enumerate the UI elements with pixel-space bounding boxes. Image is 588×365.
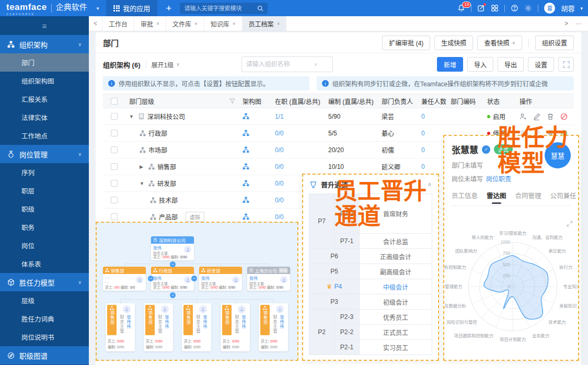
view-snapshot-button[interactable]: 查看快照∨ bbox=[477, 36, 522, 50]
collapse-node-button[interactable]: − bbox=[191, 276, 197, 281]
collapse-node-button[interactable]: − bbox=[148, 276, 154, 281]
dept-name[interactable]: 深圳科技公司 bbox=[147, 112, 185, 121]
collapse-node-button[interactable]: − bbox=[170, 292, 176, 298]
sidebar-collapse-button[interactable]: ≡ bbox=[0, 16, 89, 35]
expand-caret[interactable]: ▶ bbox=[140, 164, 146, 169]
add-button[interactable]: 新增 bbox=[437, 57, 463, 72]
sidebar-item-org-chart[interactable]: 组织架构图 bbox=[0, 72, 89, 90]
sidebar-item-work-location[interactable]: 工作地点 bbox=[0, 127, 89, 145]
row-checkbox[interactable] bbox=[111, 213, 118, 220]
concurrent-count[interactable]: 0 bbox=[421, 163, 425, 170]
concurrent-count[interactable]: 0 bbox=[421, 113, 425, 120]
tab-files[interactable]: 文件库× bbox=[166, 16, 204, 31]
post-duty-link[interactable]: 岗位职责 bbox=[486, 176, 511, 183]
tabs-scroll-left[interactable]: < bbox=[89, 16, 102, 31]
settings-button[interactable] bbox=[524, 4, 532, 12]
dept-name[interactable]: 销售部 bbox=[157, 162, 176, 171]
sidebar-item-system-table[interactable]: 体系表 bbox=[0, 255, 89, 273]
collapse-caret[interactable]: ▼ bbox=[129, 114, 135, 119]
sidebar-item-levels[interactable]: 层级 bbox=[0, 291, 89, 310]
dept-name[interactable]: 研发部 bbox=[157, 179, 176, 188]
sidebar-item-job-description[interactable]: 岗位说明书 bbox=[0, 328, 89, 346]
user-avatar[interactable]: 蓉 bbox=[544, 3, 555, 14]
tab-employee-archive[interactable]: 员工档案× bbox=[243, 16, 287, 31]
org-node-rnd[interactable]: 研发部 张伟 财务主管 员工: 0/90 编制: 0/90 bbox=[199, 267, 242, 291]
org-chart-icon[interactable] bbox=[243, 113, 249, 120]
add-member-button[interactable] bbox=[520, 113, 527, 120]
help-button[interactable] bbox=[511, 4, 518, 12]
org-chart-icon[interactable] bbox=[243, 180, 249, 187]
notifications-button[interactable]: 19 bbox=[457, 4, 465, 12]
dept-name[interactable]: 市场部 bbox=[148, 145, 167, 154]
dept-name[interactable]: 技术部 bbox=[159, 196, 178, 204]
collapse-panel-icon[interactable]: ∧ bbox=[428, 181, 432, 188]
user-menu-caret[interactable]: ▾ bbox=[580, 6, 583, 11]
sidebar-item-legal-entity[interactable]: 法律实体 bbox=[0, 108, 89, 127]
add-app-button[interactable]: + bbox=[166, 3, 171, 14]
dept-name[interactable]: 行政部 bbox=[148, 129, 167, 138]
sidebar-group-org[interactable]: 组织架构 ∨ bbox=[0, 35, 89, 53]
sidebar-item-sequence[interactable]: 序列 bbox=[0, 163, 89, 181]
create-snapshot-button[interactable]: 生成快照 bbox=[434, 36, 473, 50]
onjob-count[interactable]: 0/0 bbox=[275, 180, 284, 187]
sidebar-group-competency[interactable]: 胜任力模型 ∨ bbox=[0, 273, 89, 291]
row-checkbox[interactable] bbox=[111, 180, 118, 187]
row-checkbox[interactable] bbox=[111, 197, 118, 203]
org-leaf-node[interactable]: 销售部 财务主管张伟伟 员工: 0/90编制: 0/90 bbox=[106, 303, 135, 351]
module-search[interactable] bbox=[180, 3, 268, 14]
app-center-button[interactable] bbox=[491, 4, 499, 12]
tab-concurrent-posts[interactable]: 公司兼任 bbox=[550, 190, 577, 200]
edit-button[interactable] bbox=[533, 113, 540, 120]
settings-button[interactable]: 设置 bbox=[528, 57, 554, 72]
select-all-checkbox[interactable] bbox=[111, 98, 118, 105]
tab-knowledge[interactable]: 知识库× bbox=[204, 16, 243, 31]
expand-radar-icon[interactable] bbox=[567, 220, 573, 229]
close-icon[interactable]: × bbox=[156, 21, 159, 27]
sidebar-item-job-layer[interactable]: 职层 bbox=[0, 181, 89, 200]
dept-name[interactable]: 产品部 bbox=[159, 212, 178, 221]
sidebar-item-reporting[interactable]: 汇报关系 bbox=[0, 90, 89, 108]
org-leaf-node[interactable]: 销售部 财务主管张伟伟 员工: 0/90编制: 0/90 bbox=[221, 303, 250, 351]
onjob-count[interactable]: 0/0 bbox=[275, 130, 284, 137]
org-name-input[interactable] bbox=[246, 61, 314, 68]
sidebar-group-grade-map[interactable]: 职级图谱 bbox=[0, 346, 89, 364]
expand-level-dropdown[interactable]: 展开1级∨ bbox=[152, 60, 180, 69]
onjob-count[interactable]: 1/1 bbox=[275, 113, 284, 120]
disable-button[interactable] bbox=[560, 113, 568, 120]
sidebar-item-post[interactable]: 岗位 bbox=[0, 236, 89, 255]
sidebar-item-competency-dict[interactable]: 胜任力词典 bbox=[0, 310, 89, 328]
export-button[interactable]: 导出 bbox=[498, 57, 524, 72]
collapse-node-button[interactable]: − bbox=[170, 261, 176, 267]
sidebar-item-job-grade[interactable]: 职级 bbox=[0, 200, 89, 218]
org-chart-icon[interactable] bbox=[243, 213, 249, 220]
close-icon[interactable]: × bbox=[277, 21, 280, 27]
org-chart-icon[interactable] bbox=[243, 130, 249, 136]
org-leaf-node[interactable]: 销售部 财务主管张伟伟 员工: 0/90编制: 0/90 bbox=[144, 303, 173, 351]
org-node-sales[interactable]: 销售部 - - - - 员工: 0/0 编制: 0/0 bbox=[103, 267, 146, 291]
org-leaf-node[interactable]: 销售部 财务主管张伟伟 员工: 0/90编制: 0/90 bbox=[259, 303, 288, 351]
tab-workbench[interactable]: 工作台 bbox=[102, 16, 134, 31]
tab-approval[interactable]: 审批× bbox=[134, 16, 166, 31]
org-name-select[interactable]: ∨ bbox=[241, 56, 333, 72]
module-search-input[interactable] bbox=[184, 5, 257, 12]
org-node-admin[interactable]: 行政部 张伟 财务主管 员工: 0/90 编制: 0/90 bbox=[151, 267, 194, 291]
employee-avatar[interactable]: 慧慧 bbox=[545, 142, 571, 168]
org-leaf-node[interactable]: 销售部 财务主管张伟伟 员工: 0/90编制: 0/90 bbox=[182, 303, 211, 351]
my-apps-button[interactable]: 我的应用 bbox=[106, 0, 157, 16]
concurrent-count[interactable]: 0 bbox=[421, 146, 425, 154]
delete-button[interactable] bbox=[547, 113, 554, 120]
row-checkbox[interactable] bbox=[111, 146, 118, 153]
onjob-count[interactable]: 0/0 bbox=[275, 146, 284, 154]
org-node-root[interactable]: 深圳科技公司 张伟 财务主管 员工: 0/90 编制: 0/90 bbox=[151, 236, 194, 260]
tab-employee-info[interactable]: 员工信息 bbox=[452, 190, 478, 200]
workspace-dropdown-caret[interactable]: ▾ bbox=[97, 6, 99, 11]
org-chart-icon[interactable] bbox=[243, 197, 249, 203]
collapse-caret[interactable]: ▼ bbox=[140, 181, 146, 186]
tabs-more-button[interactable]: ··· bbox=[575, 20, 582, 27]
expand-approval-button[interactable]: 扩编审批 (4) bbox=[382, 36, 430, 50]
import-button[interactable]: 导入 bbox=[467, 57, 493, 72]
filter-icon[interactable] bbox=[229, 98, 235, 104]
org-node-shanghai[interactable]: 上海分公司停用 张伟 财务主管 员工: 0/90 编制: 0/90 bbox=[247, 267, 290, 291]
row-checkbox[interactable] bbox=[111, 130, 118, 136]
tab-radar-chart[interactable]: 雷达图 bbox=[487, 190, 506, 200]
